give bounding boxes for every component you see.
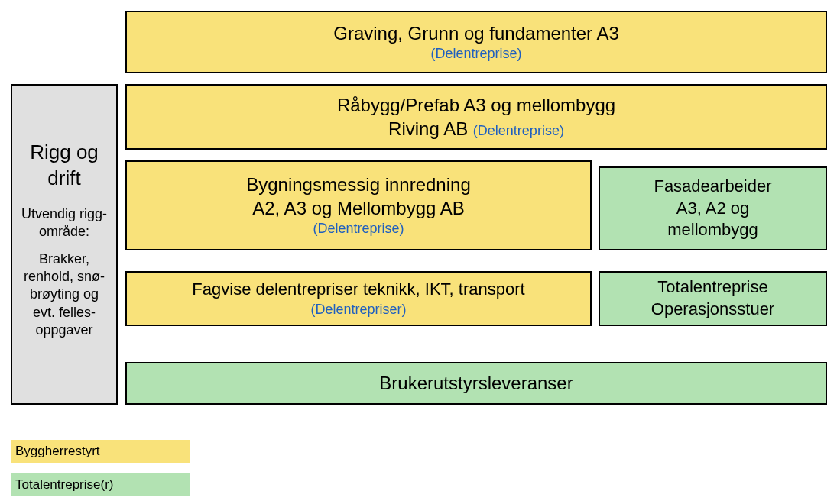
sidebar-title-line1: Rigg og: [30, 141, 99, 163]
box-total-line2: Operasjonsstuer: [651, 299, 774, 321]
legend: Byggherrestyrt Totalentreprise(r): [11, 440, 190, 504]
legend-item1-label: Byggherrestyrt: [15, 444, 100, 459]
legend-item2-label: Totalentreprise(r): [15, 477, 114, 493]
box-graving-sub: (Delentreprise): [430, 45, 521, 63]
box-rabygg-line1: Råbygg/Prefab A3 og mellombygg: [337, 93, 615, 117]
sidebar-rigg-drift: Rigg og drift Utvendig rigg-område: Brak…: [11, 84, 118, 405]
box-fasade-line3: mellombygg: [667, 219, 758, 241]
box-graving-grunn: Graving, Grunn og fundamenter A3 (Delent…: [125, 11, 827, 73]
box-byg-line1: Bygningsmessig innredning: [246, 173, 471, 196]
box-brukerutstyr: Brukerutstyrsleveranser: [125, 362, 827, 405]
box-fasade-line1: Fasadearbeider: [654, 176, 771, 198]
sidebar-detail: Brakker, renhold, snø-brøyting og evt. f…: [17, 250, 112, 340]
box-fagvise-title: Fagvise delentrepriser teknikk, IKT, tra…: [192, 279, 524, 301]
sidebar-title: Rigg og drift: [30, 140, 99, 192]
box-fagvise-sub: (Delentrepriser): [310, 301, 406, 318]
box-rabygg-line2: Riving AB (Delentreprise): [388, 117, 564, 141]
box-total-line1: Totalentreprise: [657, 276, 767, 299]
box-totalentreprise-op: Totalentreprise Operasjonsstuer: [599, 271, 827, 326]
box-rabygg-prefab: Råbygg/Prefab A3 og mellombygg Riving AB…: [125, 84, 827, 150]
box-byg-line2: A2, A3 og Mellombygg AB: [252, 196, 465, 220]
sidebar-subtext: Utvendig rigg-område:: [17, 205, 112, 241]
box-rabygg-line2b: (Delentreprise): [473, 123, 564, 138]
box-rabygg-line2a: Riving AB: [388, 118, 468, 139]
sidebar-title-line2: drift: [47, 166, 80, 189]
box-bygningsmessig: Bygningsmessig innredning A2, A3 og Mell…: [125, 160, 592, 250]
diagram-container: Rigg og drift Utvendig rigg-område: Brak…: [8, 8, 829, 496]
box-byg-sub: (Delentreprise): [313, 220, 404, 237]
box-fasadearbeider: Fasadearbeider A3, A2 og mellombygg: [599, 166, 827, 250]
legend-byggherrestyrt: Byggherrestyrt: [11, 440, 190, 463]
box-bruker-title: Brukerutstyrsleveranser: [379, 371, 573, 395]
box-graving-title: Graving, Grunn og fundamenter A3: [333, 21, 619, 45]
box-fasade-line2: A3, A2 og: [676, 198, 749, 220]
legend-totalentreprise: Totalentreprise(r): [11, 473, 190, 496]
box-fagvise: Fagvise delentrepriser teknikk, IKT, tra…: [125, 271, 592, 326]
